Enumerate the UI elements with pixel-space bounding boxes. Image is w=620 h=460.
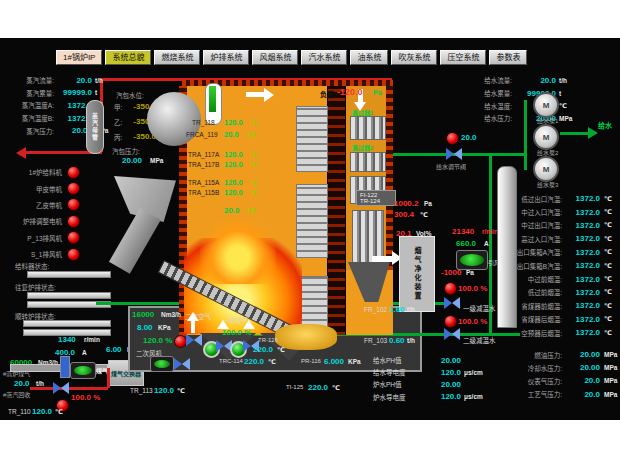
temp-label: 低过前烟温: xyxy=(486,287,562,297)
furnace-bottom-pressure-unit: Pa xyxy=(248,207,256,214)
temp-label: 中过入口汽温: xyxy=(486,207,562,217)
point-unit: ℃ xyxy=(250,161,258,169)
motor-status-led[interactable] xyxy=(67,166,80,179)
tab-boiler-1[interactable]: 1#锅炉IP xyxy=(56,50,102,65)
param-label: 蒸汽压力: xyxy=(2,126,54,136)
tab-parameter-table[interactable]: 参数表 xyxy=(489,50,527,65)
motor-status-led[interactable] xyxy=(67,248,80,261)
feedwater-out-label: 给水 xyxy=(598,120,612,130)
motor-status-led[interactable] xyxy=(67,231,80,244)
point-value: 120.0 xyxy=(224,178,243,187)
trc114-tag: TRC-114 xyxy=(219,358,243,364)
quality-unit: μs/cm xyxy=(461,393,483,400)
motor-row: P_13排风机 xyxy=(12,230,88,246)
feedwater-params: 给水流量: 20.0 t/h 给水累量: 99999.0 t 给水温度: 250… xyxy=(466,74,598,125)
temp-label: 出口集箱B汽温: xyxy=(486,261,562,271)
tr110-value: 120.0 xyxy=(32,407,52,416)
gas-riser-pipe xyxy=(60,356,70,378)
gas-red-pipe xyxy=(30,387,108,390)
temp-label: 中过出口汽温: xyxy=(486,220,562,230)
tr113-tag: TR_113 xyxy=(130,387,153,394)
drum-level-label: 甲: xyxy=(114,102,126,112)
flue-pressure-value: 1000.2 xyxy=(394,199,418,208)
temp-row: 中过入口汽温: 1372.0 ℃ xyxy=(486,205,618,218)
flue-temp-value: 300.4 xyxy=(394,210,414,219)
motor-status-led[interactable] xyxy=(67,198,80,211)
gas-pressure-value: 6.00 xyxy=(106,345,122,354)
feedwater-out-pipe xyxy=(560,132,588,135)
drum-pressure-label: 汽包压力: xyxy=(112,146,140,156)
motor-status-led[interactable] xyxy=(67,215,80,228)
vacuum-label: 负压 xyxy=(320,89,334,99)
gas-fan-current-unit: A xyxy=(82,349,87,356)
primary-air-arrow-2-icon xyxy=(243,320,255,329)
temp-unit: ℃ xyxy=(600,302,612,310)
feedwater-pump-1-icon[interactable]: M xyxy=(533,92,559,118)
pressure-value: 20.00 xyxy=(562,350,600,359)
motor-row: 炉排调整电机 xyxy=(12,213,88,229)
tab-steam-water[interactable]: 汽水系统 xyxy=(301,50,347,65)
motor-status-led[interactable] xyxy=(67,182,80,195)
feedwater-valve-icon[interactable] xyxy=(446,148,462,160)
tab-compressed-air[interactable]: 压空系统 xyxy=(440,50,486,65)
feedwater-pump-3-icon[interactable]: M xyxy=(533,156,559,182)
flue-temp-unit: ℃ xyxy=(420,211,428,219)
pressure-value: 20.00 xyxy=(562,363,600,372)
spray2-valve-led[interactable] xyxy=(444,315,457,328)
secondary-fan-icon[interactable] xyxy=(150,356,174,372)
temp-value: 1372.0 xyxy=(562,261,600,270)
secondary-air-pressure-unit: KPa xyxy=(158,324,171,331)
spray1-valve-led[interactable] xyxy=(444,282,457,295)
param-unit: MPa xyxy=(556,115,572,122)
spray2-valve-icon[interactable] xyxy=(444,328,460,340)
point-unit: ℃ xyxy=(250,151,258,159)
temp-value: 1372.0 xyxy=(562,248,600,257)
secondary-air-valve-icon[interactable] xyxy=(186,334,202,346)
feeder-status-label: 给料器状态: xyxy=(15,261,49,271)
secondary-air-flow-unit: Nm3/h xyxy=(161,311,181,318)
primary-air-percent: 100.0 % xyxy=(222,328,251,337)
quality-label: 给水PH值 xyxy=(373,355,429,365)
flow-right-arrow-icon xyxy=(264,88,274,102)
temp-row: 中过前烟温: 1372.0 ℃ xyxy=(486,272,618,285)
drum-level-gauge-fill xyxy=(209,86,216,112)
point-unit: ℃ xyxy=(250,179,258,187)
motor-row: 乙皮带机 xyxy=(12,197,88,213)
tr110-tag: TR_110 xyxy=(8,408,31,415)
gas-valve-icon[interactable] xyxy=(53,382,69,394)
param-value: 99999.0 xyxy=(54,88,92,97)
tab-system-overview[interactable]: 系统总貌 xyxy=(105,50,151,65)
feedwater-valve-led[interactable] xyxy=(446,132,459,145)
motor-row: 甲皮带机 xyxy=(12,180,88,196)
param-label: 给水压力: xyxy=(466,113,512,123)
feedwater-valve-label: 给水调节阀 xyxy=(436,162,466,171)
param-label: 给水流量: xyxy=(466,75,512,85)
gas-fan-icon[interactable] xyxy=(70,362,96,379)
id-fan-icon[interactable] xyxy=(456,250,488,270)
primary-air-arrow-1-icon xyxy=(217,320,229,329)
furnace-right-wall xyxy=(386,86,393,270)
tab-combustion[interactable]: 燃烧系统 xyxy=(154,50,200,65)
id-fan-pressure-value: -1000 xyxy=(441,268,461,277)
tab-air-flue[interactable]: 风烟系统 xyxy=(252,50,298,65)
secondary-fan-valve-icon[interactable] xyxy=(174,358,190,370)
spray2-label: 二级减温水 xyxy=(463,335,496,345)
feedwater-valve-percent: 20.0 xyxy=(461,133,477,142)
tab-oil[interactable]: 油系统 xyxy=(350,50,388,65)
tab-sootblow[interactable]: 吹灰系统 xyxy=(391,50,437,65)
param-unit: t xyxy=(556,90,561,97)
temp-value: 1372.0 xyxy=(562,328,600,337)
point-value: 120.0 xyxy=(224,188,243,197)
tab-grate[interactable]: 炉排系统 xyxy=(203,50,249,65)
param-label: 蒸汽温度B: xyxy=(2,113,54,123)
pressure-label: 工艺气压力: xyxy=(486,389,562,399)
hi-superheater-1-tubes xyxy=(350,116,386,140)
motor-row: 1#炉给料机 xyxy=(12,164,88,180)
temp-unit: ℃ xyxy=(600,315,612,323)
id-fan-speed-value: 21340 xyxy=(452,227,474,236)
temp-label: 省煤器前烟温: xyxy=(486,301,562,311)
feedwater-pump-2-icon[interactable]: M xyxy=(533,124,559,150)
tr113-unit: ℃ xyxy=(177,387,185,395)
spray1-valve-icon[interactable] xyxy=(444,297,460,309)
quality-value: 120.0 xyxy=(429,392,461,401)
